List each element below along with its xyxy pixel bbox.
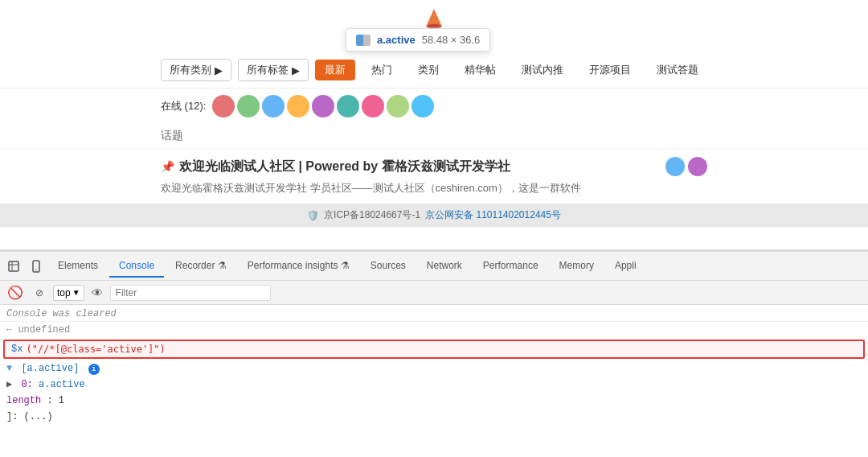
avatar — [212, 95, 235, 117]
svg-marker-0 — [426, 9, 442, 27]
avatar-strip — [212, 95, 434, 117]
icp-bar: 🛡️ 京ICP备18024667号-1 京公网安备 11011402012445… — [0, 204, 868, 227]
avatar — [262, 95, 285, 117]
post-desc: 欢迎光临霍格沃兹测试开发学社 学员社区——测试人社区（ceshiren.com）… — [161, 181, 707, 196]
console-filter-toggle[interactable]: ⊘ — [29, 282, 50, 303]
avatar — [411, 95, 434, 117]
avatar — [337, 95, 359, 117]
tab-recorder[interactable]: Recorder ⚗ — [166, 255, 236, 278]
topic-label: 话题 — [161, 129, 183, 142]
online-label: 在线 (12): — [161, 99, 206, 113]
console-input-line[interactable]: $x ("//*[@class='active']") — [3, 340, 865, 359]
avatar — [287, 95, 309, 117]
console-cleared-message: Console was cleared — [0, 307, 868, 322]
console-filter-input[interactable] — [110, 285, 271, 301]
opensource-tab[interactable]: 开源项目 — [579, 60, 641, 80]
element-tooltip: a.active 58.48 × 36.6 — [346, 28, 490, 51]
hot-tab[interactable]: 热门 — [362, 60, 402, 80]
tab-memory[interactable]: Memory — [550, 255, 604, 278]
featured-tab[interactable]: 精华帖 — [455, 60, 506, 80]
category-dropdown[interactable]: 所有类别 ▶ — [161, 59, 231, 81]
result-value-link[interactable]: a.active — [39, 379, 85, 390]
latest-tab[interactable]: 最新 — [315, 60, 355, 80]
clear-console-button[interactable]: 🚫 — [5, 282, 26, 303]
avatar — [362, 95, 384, 117]
console-prompt: $x — [11, 344, 23, 355]
undefined-line: ← undefined — [0, 322, 868, 338]
svg-rect-2 — [429, 25, 440, 27]
device-toolbar-button[interactable] — [26, 256, 47, 277]
context-selector[interactable]: top ▼ — [53, 285, 84, 301]
context-dropdown-arrow: ▼ — [72, 288, 80, 297]
svg-point-7 — [35, 269, 36, 270]
result-item-0: ▶ 0: a.active — [0, 377, 868, 393]
result-length: length : 1 — [0, 393, 868, 409]
show-messages-toggle[interactable]: 👁 — [88, 283, 107, 303]
post-title: 📌 欢迎光临测试人社区 | Powered by 霍格沃兹测试开发学社 — [161, 157, 707, 176]
devtools-tabbar: Elements Console Recorder ⚗ Performance … — [0, 252, 868, 281]
inspect-element-button[interactable] — [3, 256, 24, 277]
pin-icon: 📌 — [161, 160, 174, 173]
online-area: 在线 (12): — [0, 89, 868, 124]
avatar — [312, 95, 334, 117]
devtools-panel: Elements Console Recorder ⚗ Performance … — [0, 249, 868, 457]
console-content: Console was cleared ← undefined $x ("//*… — [0, 305, 868, 457]
result-ellipsis: ]: (...) — [0, 409, 868, 425]
nav-bar: 所有类别 ▶ 所有标签 ▶ 最新 热门 类别 精华帖 测试内推 开源项目 测试答… — [0, 52, 868, 89]
chevron-right-icon2: ▶ — [292, 64, 300, 76]
info-icon[interactable]: i — [88, 364, 100, 375]
tooltip-element-name: a.active — [377, 34, 416, 46]
category-tab[interactable]: 类别 — [408, 60, 448, 80]
svg-rect-3 — [9, 261, 18, 271]
tab-elements[interactable]: Elements — [48, 255, 108, 278]
length-key: length — [6, 395, 41, 406]
icp-link[interactable]: 京公网安备 11011402012445号 — [425, 208, 561, 222]
result-key: 0: — [21, 379, 39, 390]
item-expand-arrow[interactable]: ▶ — [6, 379, 18, 390]
recruit-tab[interactable]: 测试内推 — [512, 60, 573, 80]
post-avatars — [665, 157, 707, 176]
tab-application[interactable]: Appli — [605, 255, 646, 278]
tooltip-element-icon — [356, 35, 371, 46]
tab-sources[interactable]: Sources — [361, 255, 416, 278]
avatar — [237, 95, 260, 117]
avatar — [387, 95, 409, 117]
tooltip-size: 58.48 × 36.6 — [422, 34, 481, 46]
quiz-tab[interactable]: 测试答题 — [647, 60, 708, 80]
icp-badge-icon: 🛡️ — [307, 210, 319, 221]
tab-performance[interactable]: Performance — [473, 255, 548, 278]
tab-console[interactable]: Console — [109, 255, 164, 278]
post-area: 📌 欢迎光临测试人社区 | Powered by 霍格沃兹测试开发学社 欢迎光临… — [0, 148, 868, 204]
console-input-text: ("//*[@class='active']") — [26, 344, 165, 355]
console-toolbar: 🚫 ⊘ top ▼ 👁 — [0, 281, 868, 305]
chevron-right-icon: ▶ — [215, 64, 223, 76]
webpage-area: 测鸡鸡测试社区 所有类别 ▶ 所有标签 ▶ 最新 热门 类别 精华帖 测试内推 … — [0, 0, 868, 249]
tab-network[interactable]: Network — [417, 255, 472, 278]
result-line: ▼ [a.active] i — [0, 360, 868, 377]
topic-section: 话题 — [0, 124, 868, 148]
icp-text: 京ICP备18024667号-1 — [324, 208, 420, 222]
result-arrow-icon: ▼ — [6, 363, 18, 374]
context-label: top — [57, 287, 71, 298]
result-array: [a.active] — [21, 363, 79, 374]
tag-dropdown[interactable]: 所有标签 ▶ — [238, 59, 309, 81]
tab-performance-insights[interactable]: Performance insights ⚗ — [238, 255, 359, 278]
